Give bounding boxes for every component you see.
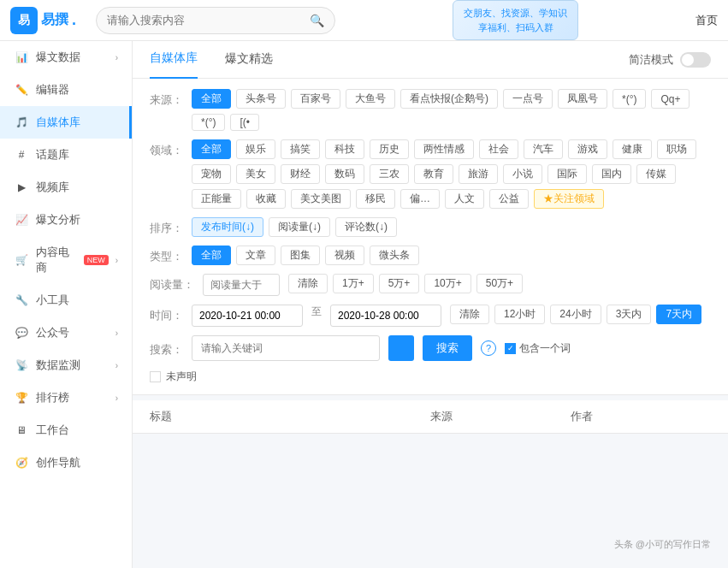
toggle-switch[interactable] <box>680 52 711 68</box>
read-opt-10万+[interactable]: 10万+ <box>424 274 471 293</box>
domain-btn-shuma[interactable]: 数码 <box>325 164 364 184</box>
search-execute-button[interactable]: 搜索 <box>423 335 472 361</box>
sidebar-item-shipin-ku[interactable]: ▶ 视频库 <box>0 171 132 204</box>
type-btn-video[interactable]: 视频 <box>325 246 364 265</box>
read-input[interactable] <box>203 274 280 296</box>
domain-btn-liangxingqinggan[interactable]: 两性情感 <box>414 139 474 159</box>
tab-baobao-jingxuan[interactable]: 爆文精选 <box>225 41 273 79</box>
simple-mode-toggle[interactable]: 简洁模式 <box>629 52 711 68</box>
undeclared-checkbox[interactable] <box>150 371 161 382</box>
domain-btn-xiaoshuo[interactable]: 小说 <box>503 164 542 184</box>
source-btn-all[interactable]: 全部 <box>192 89 231 109</box>
domain-btn-gaoyan[interactable]: 搞笑 <box>281 139 320 159</box>
domain-btn-meinv[interactable]: 美女 <box>236 164 275 184</box>
source-btn-zhihu[interactable]: *(°) <box>192 114 225 131</box>
type-btn-micro-headline[interactable]: 微头条 <box>370 246 419 265</box>
time-opt-3天内[interactable]: 3天内 <box>607 305 652 324</box>
blue-square-button[interactable] <box>388 335 414 361</box>
domain-btn-caijing[interactable]: 财经 <box>281 164 320 184</box>
type-btn-article[interactable]: 文章 <box>236 246 275 265</box>
domain-btn-lvyou[interactable]: 旅游 <box>459 164 498 184</box>
time-start-input[interactable] <box>192 305 303 327</box>
read-opt-清除[interactable]: 清除 <box>288 274 328 293</box>
time-opt-清除[interactable]: 清除 <box>450 305 489 324</box>
type-btn-gallery[interactable]: 图集 <box>281 246 320 265</box>
domain-btn-shoucang[interactable]: 收藏 <box>246 189 286 209</box>
sidebar-item-shuju-jiance[interactable]: 📡 数据监测 › <box>0 349 132 382</box>
domain-btn-shehui[interactable]: 社会 <box>479 139 518 159</box>
source-btn-yidian[interactable]: 一点号 <box>503 89 553 109</box>
include-one-word-checkbox[interactable]: ✓ <box>505 343 516 354</box>
domain-filter-row: 领域： 全部娱乐搞笑科技历史两性情感社会汽车游戏健康职场宠物美女财经数码三农教育… <box>150 139 711 209</box>
search-input[interactable] <box>107 14 303 27</box>
time-end-input[interactable] <box>330 305 441 327</box>
source-btn-baijia[interactable]: 百家号 <box>291 89 340 109</box>
domain-btn-jiankang[interactable]: 健康 <box>613 139 652 159</box>
help-icon[interactable]: ? <box>481 340 496 356</box>
domain-btn-guanzhu-lingyu[interactable]: ★关注领域 <box>534 189 604 209</box>
source-options: 全部头条号百家号大鱼号看点快报(企鹅号)一点号凤凰号*(°)Qq+*(°)[(• <box>192 89 711 131</box>
sidebar-item-gong-zuo-tai[interactable]: 🖥 工作台 <box>0 414 132 447</box>
time-opt-24小时[interactable]: 24小时 <box>550 305 601 324</box>
nav-home[interactable]: 首页 <box>695 13 718 28</box>
sidebar-label-bianji-qi: 编辑器 <box>36 82 69 98</box>
time-opt-7天内[interactable]: 7天内 <box>656 305 701 324</box>
toggle-dot <box>682 54 694 66</box>
source-btn-qq[interactable]: Qq+ <box>651 89 690 109</box>
banner-area: 交朋友、找资源、学知识 享福利、扫码入群 <box>344 0 687 40</box>
domain-btn-chongwu[interactable]: 宠物 <box>192 164 231 184</box>
search-icon: 🔍 <box>310 14 324 27</box>
domain-btn-guoji[interactable]: 国际 <box>547 164 587 184</box>
tab-zimeiti-ku[interactable]: 自媒体库 <box>150 41 198 79</box>
sidebar: 📊 爆文数据 › ✏️ 编辑器 🎵 自媒体库 # 话题库 ▶ 视频库 📈 爆文分… <box>0 41 133 568</box>
domain-btn-guonei[interactable]: 国内 <box>592 164 631 184</box>
domain-btn-zhichang[interactable]: 职场 <box>657 139 696 159</box>
domain-btn-keji[interactable]: 科技 <box>325 139 364 159</box>
domain-btn-yule[interactable]: 娱乐 <box>236 139 275 159</box>
sidebar-item-neirong-dianshang[interactable]: 🛒 内容电商 NEW › <box>0 236 132 284</box>
domain-btn-jiaoyu[interactable]: 教育 <box>414 164 453 184</box>
chevron-icon-paihang-bang: › <box>115 393 118 403</box>
domain-btn-renwen[interactable]: 人文 <box>445 189 484 209</box>
sidebar-item-baobao-data[interactable]: 📊 爆文数据 › <box>0 41 132 74</box>
read-opt-5万+[interactable]: 5万+ <box>379 274 420 293</box>
sort-btn-publish-time[interactable]: 发布时间(↓) <box>192 217 263 237</box>
read-opt-1万+[interactable]: 1万+ <box>333 274 374 293</box>
sidebar-item-xiao-gongju[interactable]: 🔧 小工具 <box>0 284 132 317</box>
domain-btn-youxi[interactable]: 游戏 <box>568 139 607 159</box>
sidebar-icon-shipin-ku: ▶ <box>14 180 29 195</box>
domain-btn-sannong[interactable]: 三农 <box>370 164 409 184</box>
domain-btn-all[interactable]: 全部 <box>192 139 231 159</box>
domain-btn-yimin[interactable]: 移民 <box>356 189 395 209</box>
sidebar-item-baobao-fenxi[interactable]: 📈 爆文分析 <box>0 204 132 236</box>
sidebar-item-gongzhong-hao[interactable]: 💬 公众号 › <box>0 317 132 349</box>
source-btn-weibo[interactable]: *(°) <box>613 89 646 109</box>
type-btn-all[interactable]: 全部 <box>192 246 231 265</box>
source-btn-toutiao[interactable]: 头条号 <box>236 89 286 109</box>
table-header: 标题来源作者 <box>133 400 728 434</box>
source-btn-bilibili[interactable]: [(• <box>230 114 259 131</box>
domain-btn-gongyi[interactable]: 公益 <box>489 189 529 209</box>
domain-btn-lishi[interactable]: 历史 <box>370 139 409 159</box>
sidebar-icon-paihang-bang: 🏆 <box>14 390 29 405</box>
source-btn-kandiankuaibao[interactable]: 看点快报(企鹅号) <box>400 89 498 109</box>
source-btn-dayu[interactable]: 大鱼号 <box>346 89 395 109</box>
search-keyword-input[interactable] <box>192 335 380 361</box>
domain-btn-chuanmei[interactable]: 传媒 <box>636 164 676 184</box>
domain-btn-meiwen[interactable]: 美文美图 <box>291 189 351 209</box>
sort-btn-comment-count[interactable]: 评论数(↓) <box>335 217 397 237</box>
sidebar-item-huati-ku[interactable]: # 话题库 <box>0 139 132 171</box>
search-bar[interactable]: 🔍 <box>96 7 335 34</box>
domain-btn-qiche[interactable]: 汽车 <box>524 139 563 159</box>
time-opt-12小时[interactable]: 12小时 <box>494 305 545 324</box>
sidebar-item-paihang-bang[interactable]: 🏆 排行榜 › <box>0 382 132 414</box>
content-area: 自媒体库 爆文精选 简洁模式 来源： 全部头条号百家号大鱼号看点快报(企鹅号)一… <box>133 41 728 568</box>
sort-btn-read-count[interactable]: 阅读量(↓) <box>269 217 330 237</box>
domain-btn-zhengnengliangyi[interactable]: 正能量 <box>192 189 241 209</box>
sidebar-item-zimeiti-ku[interactable]: 🎵 自媒体库 <box>0 106 132 139</box>
domain-btn-other1[interactable]: 偏… <box>400 189 440 209</box>
sidebar-item-bianji-qi[interactable]: ✏️ 编辑器 <box>0 74 132 106</box>
source-btn-fenghuang[interactable]: 凤凰号 <box>558 89 607 109</box>
read-opt-50万+[interactable]: 50万+ <box>476 274 523 293</box>
sidebar-item-chuangzuo-daohang[interactable]: 🧭 创作导航 <box>0 447 132 479</box>
